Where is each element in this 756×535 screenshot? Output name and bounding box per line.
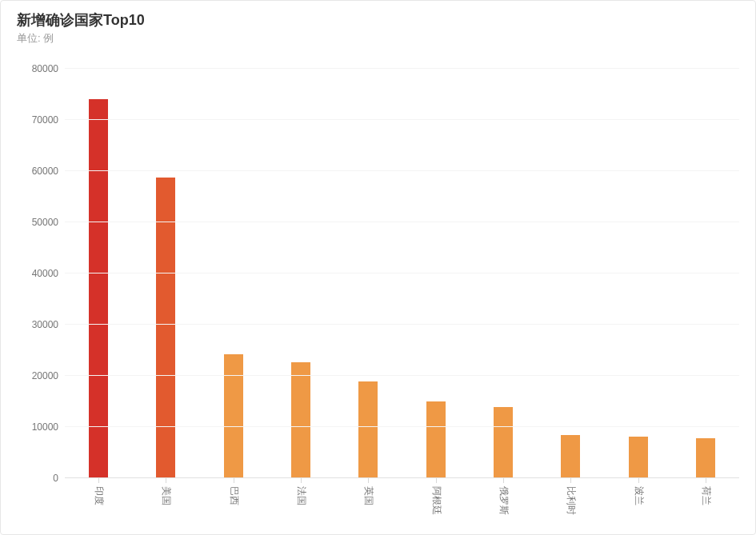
x-tick-label: 阿根廷 bbox=[429, 486, 442, 515]
chart-title: 新增确诊国家Top10 bbox=[17, 10, 145, 30]
y-tick-label: 80000 bbox=[32, 63, 58, 74]
bar-slot: 印度 bbox=[65, 69, 132, 478]
plot-area: 印度美国巴西法国英国阿根廷俄罗斯比利时波兰荷兰 0100002000030000… bbox=[65, 69, 739, 478]
bar-slot: 美国 bbox=[132, 69, 199, 478]
gridline bbox=[65, 170, 739, 171]
x-tick bbox=[503, 478, 504, 483]
bar[interactable] bbox=[426, 401, 446, 478]
x-tick bbox=[166, 478, 166, 483]
y-tick-label: 50000 bbox=[32, 217, 58, 228]
y-tick-label: 0 bbox=[53, 473, 58, 484]
bar[interactable] bbox=[561, 435, 580, 478]
bar[interactable] bbox=[494, 407, 513, 478]
x-tick-label: 波兰 bbox=[631, 486, 645, 505]
x-tick bbox=[301, 478, 302, 483]
y-tick-label: 20000 bbox=[32, 370, 58, 381]
x-tick-label: 巴西 bbox=[226, 486, 240, 505]
y-tick-label: 70000 bbox=[32, 114, 58, 126]
axis-baseline bbox=[65, 477, 739, 478]
x-tick bbox=[436, 478, 437, 483]
gridline bbox=[65, 375, 739, 376]
x-tick-label: 俄罗斯 bbox=[496, 486, 510, 515]
x-tick-label: 荷兰 bbox=[698, 486, 712, 505]
x-tick bbox=[638, 478, 639, 483]
gridline bbox=[65, 222, 739, 222]
bar-slot: 荷兰 bbox=[672, 69, 739, 478]
chart-card: 新增确诊国家Top10 单位: 例 印度美国巴西法国英国阿根廷俄罗斯比利时波兰荷… bbox=[0, 0, 756, 535]
bar[interactable] bbox=[358, 381, 378, 478]
bar[interactable] bbox=[291, 362, 310, 478]
y-tick-label: 10000 bbox=[32, 421, 58, 433]
y-tick-label: 40000 bbox=[32, 268, 58, 279]
gridline bbox=[65, 68, 739, 69]
y-tick-label: 30000 bbox=[32, 319, 58, 330]
bar[interactable] bbox=[224, 354, 243, 478]
x-tick bbox=[234, 478, 234, 483]
bar[interactable] bbox=[89, 99, 108, 478]
x-tick bbox=[706, 478, 706, 483]
x-tick bbox=[368, 478, 369, 483]
y-tick-label: 60000 bbox=[32, 166, 58, 177]
chart-subtitle: 单位: 例 bbox=[17, 31, 54, 46]
x-tick-label: 美国 bbox=[159, 486, 173, 505]
bar-slot: 俄罗斯 bbox=[470, 69, 537, 478]
bar-slot: 波兰 bbox=[604, 69, 671, 478]
x-tick-label: 比利时 bbox=[564, 486, 578, 515]
x-tick bbox=[570, 478, 571, 483]
x-tick bbox=[98, 478, 99, 483]
bar[interactable] bbox=[629, 437, 648, 478]
bar-slot: 比利时 bbox=[537, 69, 604, 478]
bars-row: 印度美国巴西法国英国阿根廷俄罗斯比利时波兰荷兰 bbox=[65, 69, 739, 478]
gridline bbox=[65, 324, 739, 325]
gridline bbox=[65, 426, 739, 427]
bar-slot: 巴西 bbox=[200, 69, 267, 478]
x-tick-label: 印度 bbox=[92, 486, 106, 505]
gridline bbox=[65, 273, 739, 273]
x-tick-label: 英国 bbox=[362, 486, 375, 505]
bar-slot: 英国 bbox=[334, 69, 402, 478]
bar-slot: 阿根廷 bbox=[402, 69, 469, 478]
bar[interactable] bbox=[156, 178, 175, 478]
gridline bbox=[65, 119, 739, 120]
bar-slot: 法国 bbox=[267, 69, 334, 478]
bar[interactable] bbox=[696, 438, 715, 478]
x-tick-label: 法国 bbox=[294, 486, 308, 505]
